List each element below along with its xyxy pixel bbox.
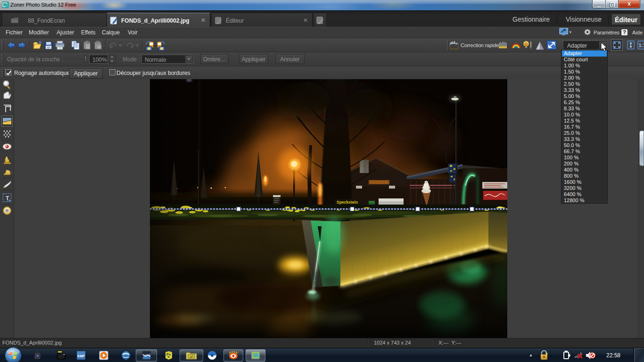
svg-text:1:1: 1:1 <box>639 43 644 48</box>
svg-text:Speckstein: Speckstein <box>337 200 358 205</box>
svg-text:KMP: KMP <box>77 354 85 358</box>
svg-text:x²: x² <box>190 355 192 358</box>
